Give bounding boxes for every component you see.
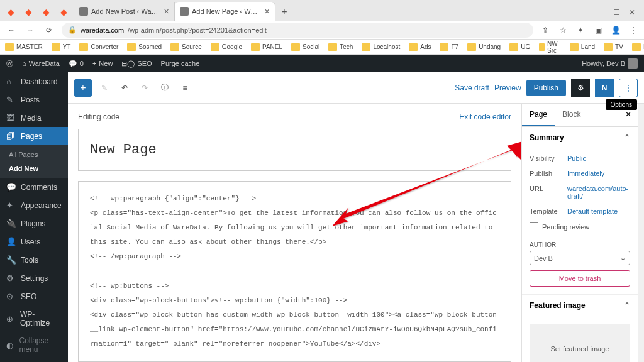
- exit-code-editor-link[interactable]: Exit code editor: [459, 112, 511, 121]
- sidebar-item-appearance[interactable]: ✦Appearance: [0, 196, 68, 214]
- sidebar-item-tools[interactable]: 🔧Tools: [0, 251, 68, 269]
- bookmark-item[interactable]: Undang: [467, 43, 501, 51]
- brave-icon[interactable]: ◆: [21, 5, 35, 19]
- close-window-button[interactable]: ✕: [629, 8, 635, 17]
- edit-icon[interactable]: ✎: [97, 80, 112, 96]
- lock-icon: 🔒: [68, 26, 77, 34]
- star-icon[interactable]: ☆: [557, 25, 569, 36]
- sidebar-item-users[interactable]: 👤Users: [0, 233, 68, 251]
- bookmark-item[interactable]: F7: [440, 43, 458, 51]
- tab-page[interactable]: Page: [522, 104, 555, 126]
- sidebar-item-media[interactable]: 🖾Media: [0, 109, 68, 127]
- sidebar-item-settings[interactable]: ⚙Settings: [0, 269, 68, 287]
- publish-value[interactable]: Immediately: [567, 170, 630, 177]
- submenu-all-pages[interactable]: All Pages: [0, 148, 68, 162]
- undo-button[interactable]: ↶: [117, 80, 132, 96]
- summary-header[interactable]: Summary⌃: [522, 127, 638, 148]
- title-input-box[interactable]: New Page: [78, 129, 511, 171]
- save-draft-button[interactable]: Save draft: [455, 84, 489, 92]
- howdy-user[interactable]: Howdy, Dev B: [582, 58, 638, 69]
- url-value[interactable]: waredata.com/auto-draft/: [567, 185, 630, 200]
- author-label: AUTHOR: [530, 241, 630, 248]
- new-content[interactable]: +New: [92, 60, 113, 67]
- set-featured-image-button[interactable]: Set featured image: [530, 324, 630, 362]
- extension-icon[interactable]: ✦: [575, 25, 586, 36]
- site-name[interactable]: ⌂WareData: [22, 60, 60, 67]
- maximize-button[interactable]: ☐: [613, 8, 620, 17]
- page-title[interactable]: New Page: [90, 142, 499, 158]
- n-plugin-button[interactable]: N: [595, 79, 614, 97]
- bookmark-item[interactable]: Google: [211, 43, 242, 51]
- bookmark-item[interactable]: TV: [604, 43, 623, 51]
- profile-icon[interactable]: 👤: [610, 25, 621, 36]
- close-tab-icon[interactable]: ✕: [164, 8, 169, 16]
- folder-icon: [440, 43, 448, 51]
- forward-button[interactable]: →: [24, 24, 36, 36]
- bookmark-item[interactable]: Tech: [328, 43, 353, 51]
- bookmark-item[interactable]: Ads: [409, 43, 431, 51]
- seo-menu[interactable]: ⊟◯SEO: [121, 60, 152, 68]
- sidebar-item-seo[interactable]: ⊙SEO: [0, 287, 68, 305]
- browser-tab[interactable]: Add New Post ‹ WareData — Wo ✕: [74, 2, 175, 21]
- add-block-button[interactable]: +: [74, 79, 92, 97]
- options-button[interactable]: ⋮ Options: [619, 79, 638, 97]
- visibility-value[interactable]: Public: [567, 155, 630, 162]
- purge-cache[interactable]: Purge cache: [161, 60, 200, 67]
- minimize-button[interactable]: —: [597, 8, 604, 17]
- featured-image-header[interactable]: Featured image⌃: [522, 295, 638, 316]
- close-tab-icon[interactable]: ✕: [264, 8, 270, 16]
- bookmark-item[interactable]: PANEL: [251, 43, 282, 51]
- preview-button[interactable]: Preview: [494, 84, 521, 92]
- checkbox-icon[interactable]: [530, 222, 538, 231]
- back-button[interactable]: ←: [5, 24, 18, 36]
- folder-icon: [362, 43, 370, 51]
- folder-icon: [632, 43, 641, 51]
- bookmark-item[interactable]: Source: [170, 43, 202, 51]
- menu-icon[interactable]: ⋮: [628, 25, 639, 36]
- bookmark-item[interactable]: NW Src: [539, 40, 561, 54]
- new-tab-button[interactable]: +: [275, 3, 293, 21]
- folder-icon: [79, 43, 88, 51]
- bookmark-item[interactable]: UG: [509, 43, 530, 51]
- tab-block[interactable]: Block: [555, 104, 588, 126]
- bookmark-item[interactable]: Sosmed: [127, 43, 162, 51]
- bookmark-item[interactable]: MASTER: [5, 43, 43, 51]
- comments-count[interactable]: 💬0: [69, 60, 84, 68]
- share-icon[interactable]: ⇪: [540, 25, 551, 36]
- brave-icon[interactable]: ◆: [4, 5, 18, 19]
- browser-tab-active[interactable]: Add New Page ‹ WareData — Wo ✕: [175, 2, 275, 21]
- code-editor-textarea[interactable]: <!-- wp:paragraph {"align":"center"} -->…: [78, 181, 511, 362]
- sidebar-item-wpoptimize[interactable]: ⊕WP-Optimize: [0, 305, 68, 332]
- brave-icon[interactable]: ◆: [57, 5, 70, 19]
- reader-icon[interactable]: ▣: [592, 25, 604, 36]
- bookmark-item[interactable]: FB: [632, 43, 644, 51]
- reload-button[interactable]: ⟳: [43, 24, 55, 36]
- move-to-trash-button[interactable]: Move to trash: [530, 270, 630, 287]
- scrollbar[interactable]: [638, 104, 644, 362]
- submenu-add-new[interactable]: Add New: [0, 162, 68, 175]
- template-value[interactable]: Default template: [567, 207, 630, 215]
- bookmark-item[interactable]: Localhost: [362, 43, 400, 51]
- sidebar-item-plugins[interactable]: 🔌Plugins: [0, 214, 68, 233]
- url-field[interactable]: 🔒 waredata.com/wp-admin/post.php?post=24…: [62, 23, 533, 38]
- bookmark-item[interactable]: Converter: [79, 43, 118, 51]
- outline-button[interactable]: ≡: [177, 80, 192, 96]
- author-select[interactable]: Dev B⌄: [530, 251, 630, 265]
- sidebar-item-comments[interactable]: 💬Comments: [0, 178, 68, 196]
- publish-button[interactable]: Publish: [526, 80, 566, 96]
- wp-logo[interactable]: ⓦ: [6, 59, 13, 69]
- sidebar-item-dashboard[interactable]: ⌂Dashboard: [0, 72, 68, 90]
- bookmark-item[interactable]: YT: [52, 43, 71, 51]
- settings-gear-button[interactable]: ⚙: [571, 79, 590, 97]
- bookmark-item[interactable]: Social: [291, 43, 319, 51]
- sidebar-item-posts[interactable]: ✎Posts: [0, 90, 68, 109]
- pending-review-checkbox[interactable]: Pending review: [530, 219, 630, 235]
- info-button[interactable]: ⓘ: [157, 80, 172, 96]
- bookmark-item[interactable]: Land: [570, 43, 595, 51]
- folder-icon: [5, 43, 14, 51]
- brave-icon[interactable]: ◆: [39, 5, 53, 19]
- sidebar-item-pages[interactable]: 🗐Pages: [0, 127, 68, 145]
- sidebar-collapse[interactable]: ◐Collapse menu: [0, 332, 68, 358]
- folder-icon: [52, 43, 60, 51]
- redo-button[interactable]: ↷: [137, 80, 152, 96]
